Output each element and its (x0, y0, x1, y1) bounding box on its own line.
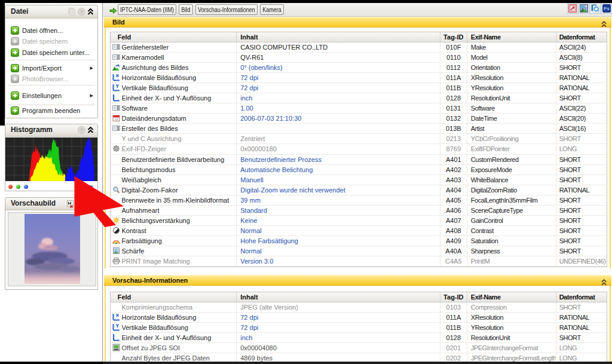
svg-text:?: ? (80, 9, 84, 15)
svg-text:?: ? (80, 127, 84, 133)
svg-text:12: 12 (114, 117, 118, 121)
svg-text:Ps: Ps (604, 6, 610, 11)
